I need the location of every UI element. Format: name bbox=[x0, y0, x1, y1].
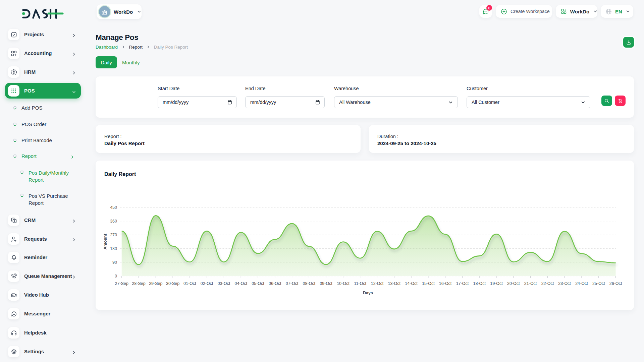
svg-text:01-Oct: 01-Oct bbox=[183, 281, 196, 286]
svg-text:02-Oct: 02-Oct bbox=[201, 281, 213, 286]
svg-text:22-Oct: 22-Oct bbox=[541, 281, 554, 286]
svg-text:29-Sep: 29-Sep bbox=[149, 281, 162, 286]
svg-text:20-Oct: 20-Oct bbox=[507, 281, 520, 286]
svg-text:28-Sep: 28-Sep bbox=[132, 281, 145, 286]
svg-text:17-Oct: 17-Oct bbox=[456, 281, 469, 286]
svg-text:24-Oct: 24-Oct bbox=[575, 281, 588, 286]
svg-text:Days: Days bbox=[363, 291, 373, 295]
svg-text:03-Oct: 03-Oct bbox=[218, 281, 230, 286]
svg-text:27-Sep: 27-Sep bbox=[115, 281, 128, 286]
svg-text:12-Oct: 12-Oct bbox=[371, 281, 384, 286]
svg-text:25-Oct: 25-Oct bbox=[592, 281, 605, 286]
svg-text:14-Oct: 14-Oct bbox=[405, 281, 418, 286]
svg-text:19-Oct: 19-Oct bbox=[490, 281, 503, 286]
svg-text:180: 180 bbox=[110, 246, 117, 251]
svg-text:90: 90 bbox=[112, 260, 117, 265]
svg-text:21-Oct: 21-Oct bbox=[524, 281, 537, 286]
svg-text:15-Oct: 15-Oct bbox=[422, 281, 435, 286]
svg-text:11-Oct: 11-Oct bbox=[354, 281, 366, 286]
svg-text:04-Oct: 04-Oct bbox=[234, 281, 247, 286]
svg-text:0: 0 bbox=[115, 274, 117, 279]
svg-text:10-Oct: 10-Oct bbox=[337, 281, 350, 286]
svg-text:26-Oct: 26-Oct bbox=[609, 281, 622, 286]
svg-text:16-Oct: 16-Oct bbox=[439, 281, 452, 286]
svg-text:06-Oct: 06-Oct bbox=[269, 281, 281, 286]
svg-text:360: 360 bbox=[110, 219, 117, 224]
svg-text:07-Oct: 07-Oct bbox=[286, 281, 299, 286]
svg-text:30-Sep: 30-Sep bbox=[166, 281, 179, 286]
svg-text:08-Oct: 08-Oct bbox=[303, 281, 316, 286]
svg-text:09-Oct: 09-Oct bbox=[320, 281, 332, 286]
svg-text:13-Oct: 13-Oct bbox=[388, 281, 401, 286]
svg-text:450: 450 bbox=[110, 205, 117, 210]
svg-text:Amount: Amount bbox=[103, 234, 108, 250]
svg-text:270: 270 bbox=[110, 233, 117, 237]
svg-text:18-Oct: 18-Oct bbox=[473, 281, 486, 286]
svg-text:05-Oct: 05-Oct bbox=[252, 281, 264, 286]
svg-text:23-Oct: 23-Oct bbox=[558, 281, 571, 286]
